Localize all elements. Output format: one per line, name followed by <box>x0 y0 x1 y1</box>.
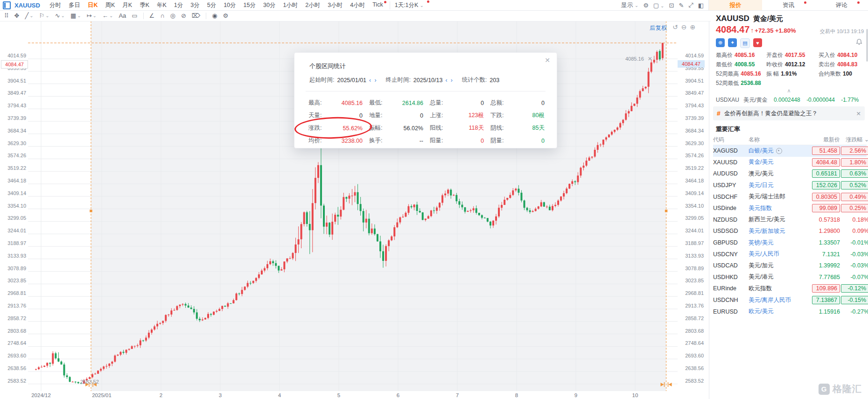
rate-name[interactable]: 美元/人民币 <box>749 250 801 258</box>
rate-name[interactable]: 白银/美元 <box>749 147 801 155</box>
timeframe-3分[interactable]: 3分 <box>187 1 203 9</box>
rate-row-XAUUSD[interactable]: XAUUSD黄金/美元4084.481.80% <box>713 157 867 168</box>
undo-icon[interactable]: ↺ <box>672 23 678 31</box>
rate-row-USDCNH[interactable]: USDCNH美元/离岸人民币7.13867-0.15% <box>713 294 867 306</box>
target-icon[interactable] <box>776 148 782 154</box>
start-time-value[interactable]: 2025/01/01 <box>337 77 366 84</box>
dialog-close-icon[interactable]: ✕ <box>545 56 550 64</box>
rate-name[interactable]: 美元/加元 <box>749 262 801 270</box>
favorite-heart-icon[interactable]: ♥ <box>753 38 762 47</box>
tab-评论[interactable]: 评论 <box>815 0 868 10</box>
rate-row-USDJPY[interactable]: USDJPY美元/日元152.0260.52% <box>713 180 867 191</box>
news-banner[interactable]: # 金价再创新高！黄金仍是避险之王？ ✕ <box>713 106 865 120</box>
adjust-mode-label[interactable]: 后复权 <box>650 24 667 32</box>
rate-row-XAGUSD[interactable]: XAGUSD白银/美元51.4582.56% <box>713 145 867 157</box>
rate-name[interactable]: 黄金/美元 <box>749 158 801 166</box>
timeframe-日K[interactable]: 日K <box>84 1 102 9</box>
timeframe-周K[interactable]: 周K <box>101 1 119 9</box>
rate-name[interactable]: 美元/离岸人民币 <box>749 296 801 304</box>
symbol-label[interactable]: XAUUSD <box>14 2 40 9</box>
timeframe-分时[interactable]: 分时 <box>46 1 65 9</box>
delete-drawings-icon[interactable]: ⌦ <box>189 12 203 19</box>
rate-name[interactable]: 美元/港元 <box>749 273 801 281</box>
timeframe-多日[interactable]: 多日 <box>65 1 84 9</box>
end-time-stepper[interactable]: ‹ › <box>445 77 453 84</box>
comment-icon[interactable]: ▭ <box>129 12 140 19</box>
globe-icon[interactable]: ⊕ <box>716 38 725 47</box>
timeframe-15分[interactable]: 15分 <box>240 1 259 9</box>
magnet-icon[interactable]: ∩ <box>158 12 167 19</box>
rate-name[interactable]: 欧元指数 <box>749 285 801 293</box>
end-time-value[interactable]: 2025/10/13 <box>413 77 443 84</box>
collapse-chevron-icon[interactable]: ∧ <box>787 88 791 94</box>
panel-scrollbar[interactable] <box>866 29 868 62</box>
screenshot-camera-icon[interactable]: ⊡ <box>669 2 674 9</box>
fullscreen-icon[interactable]: ⤢ <box>688 1 693 9</box>
drag-handle-icon[interactable]: ⠿ <box>2 12 11 19</box>
hide-drawings-icon[interactable]: ◎ <box>168 12 178 19</box>
measure-icon[interactable]: ↦⌄ <box>84 12 99 19</box>
zoom-in-icon[interactable]: ⊕ <box>690 23 695 31</box>
rate-row-GBPUSD[interactable]: GBPUSD英镑/美元1.33507-0.01% <box>713 237 867 249</box>
rate-row-NZDUSD[interactable]: NZDUSD新西兰元/美元0.573180.18% <box>713 214 867 226</box>
tab-资讯[interactable]: 资讯 <box>762 0 815 10</box>
timeframe-4小时[interactable]: 4小时 <box>346 1 369 9</box>
rate-row-USDCHF[interactable]: USDCHF美元/瑞士法郎0.803050.49% <box>713 191 867 203</box>
trendline-icon[interactable]: ╱⌄ <box>22 12 35 19</box>
rate-row-USDinde[interactable]: USDinde美元指数99.0890.25% <box>713 203 867 214</box>
pattern-icon[interactable]: ▦⌄ <box>68 12 84 19</box>
timeframe-1小时[interactable]: 1小时 <box>279 1 301 9</box>
rate-name[interactable]: 美元/新加坡元 <box>749 227 801 235</box>
tag-icon[interactable]: ✦ <box>728 38 737 47</box>
banner-close-icon[interactable]: ✕ <box>856 110 861 117</box>
rate-row-USDCNY[interactable]: USDCNY美元/人民币7.1321-0.03% <box>713 248 867 260</box>
drawing-settings-icon[interactable]: ⚙ <box>221 12 231 19</box>
channel-icon[interactable]: ⚐⌄ <box>37 12 52 19</box>
tab-报价[interactable]: 报价 <box>709 0 762 10</box>
chart-style-icon[interactable]: ▢⌄ <box>653 2 665 9</box>
timeframe-Tick[interactable]: Tick <box>369 1 386 9</box>
lock-drawings-icon[interactable]: ⊘ <box>179 12 189 19</box>
side-panel-icon[interactable]: ◧ <box>698 2 704 9</box>
zoom-out-icon[interactable]: ⊖ <box>681 23 687 31</box>
angle-icon[interactable]: ∠ <box>147 12 157 19</box>
timeframe-年K[interactable]: 年K <box>153 1 170 9</box>
wave-icon[interactable]: ∿⌄ <box>53 12 67 19</box>
rate-row-USDSGD[interactable]: USDSGD美元/新加坡元1.298000.09% <box>713 225 867 237</box>
timeframe-3小时[interactable]: 3小时 <box>324 1 346 9</box>
rate-row-AUDUSD[interactable]: AUDUSD澳元/美元0.651810.63% <box>713 168 867 180</box>
rate-name[interactable]: 澳元/美元 <box>749 170 801 178</box>
close-icon[interactable]: ✕ <box>648 56 652 62</box>
rates-header-4[interactable]: 涨跌幅 ⌄ <box>840 136 868 144</box>
timeframe-30分[interactable]: 30分 <box>259 1 279 9</box>
settings-gear-icon[interactable]: ⚙ <box>643 2 649 9</box>
news-doc-icon[interactable]: ▤ <box>740 38 750 48</box>
timeframe-1分[interactable]: 1分 <box>170 1 187 9</box>
usdxau-row[interactable]: USDXAU 美元/黄金 0.0002448 -0.0000044 -1.77% <box>716 96 859 104</box>
timeframe-10分[interactable]: 10分 <box>220 1 239 9</box>
rate-name[interactable]: 欧元/美元 <box>749 308 801 315</box>
rate-name[interactable]: 新西兰元/美元 <box>749 216 801 224</box>
draw-pencil-icon[interactable]: ✎ <box>679 2 684 9</box>
text-icon[interactable]: Aa <box>116 12 128 19</box>
move-icon[interactable]: ✥ <box>12 12 22 19</box>
app-window-icon[interactable] <box>3 1 11 9</box>
timeframe-2小时[interactable]: 2小时 <box>301 1 324 9</box>
rate-row-EURinde[interactable]: EURinde欧元指数109.896-0.12% <box>713 283 867 294</box>
rate-name[interactable]: 美元指数 <box>749 204 801 212</box>
display-menu[interactable]: 显示⌄ <box>621 1 638 9</box>
start-time-stepper[interactable]: ‹ › <box>369 77 377 84</box>
rate-name[interactable]: 美元/瑞士法郎 <box>749 193 801 201</box>
timeframe-季K[interactable]: 季K <box>136 1 153 9</box>
rate-row-EURUSD[interactable]: EURUSD欧元/美元1.15916-0.27% <box>713 306 867 317</box>
rate-row-USDHKD[interactable]: USDHKD美元/港元7.77685-0.07% <box>713 272 867 283</box>
replay-icon[interactable]: ◉ <box>210 12 219 19</box>
period-selector[interactable]: 1天:1分K⌄ <box>390 1 430 9</box>
timeframe-月K[interactable]: 月K <box>119 1 136 9</box>
alert-bell-icon[interactable] <box>855 38 863 48</box>
timeframe-5分[interactable]: 5分 <box>203 1 220 9</box>
arrow-icon[interactable]: ←⌄ <box>100 12 115 19</box>
rate-row-USDCAD[interactable]: USDCAD美元/加元1.39992-0.03% <box>713 260 867 272</box>
rate-name[interactable]: 美元/日元 <box>749 182 801 189</box>
rate-name[interactable]: 英镑/美元 <box>749 239 801 247</box>
